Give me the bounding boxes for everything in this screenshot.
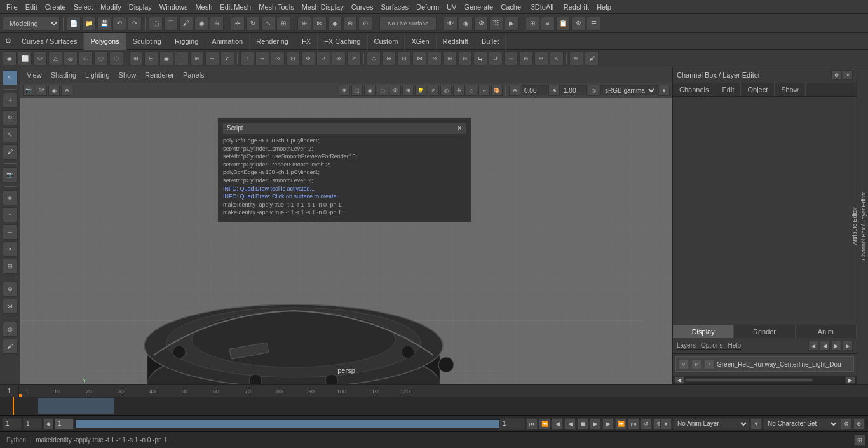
live-surface[interactable]: No Live Surface <box>379 17 437 31</box>
pb-frame-input[interactable] <box>499 418 525 430</box>
new-button[interactable]: 📄 <box>67 17 81 31</box>
multi-cut-icon-btn[interactable]: ✂ <box>534 51 548 65</box>
attr-editor[interactable]: 📋 <box>556 17 570 31</box>
channel-box-close-btn[interactable]: ✕ <box>843 70 853 80</box>
soft-select[interactable]: ◉ <box>194 17 208 31</box>
vp-gamma-icon[interactable]: ⊕ <box>509 85 520 96</box>
vp-render-icon[interactable]: ◉ <box>48 85 60 96</box>
show-hide[interactable]: 👁 <box>444 17 458 31</box>
paint-btn[interactable]: 🖌 <box>3 339 18 354</box>
vp-smooth-icon[interactable]: ◉ <box>364 85 376 96</box>
key-icon-btn[interactable]: ◆ <box>43 418 53 430</box>
undo-button[interactable]: ↶ <box>112 17 126 31</box>
cube-icon-btn[interactable]: ⬜ <box>18 51 32 65</box>
object-tab[interactable]: Object <box>741 83 775 96</box>
gamma2-input[interactable] <box>561 85 587 95</box>
tab-redshift[interactable]: Redshift <box>437 33 475 50</box>
split-icon-btn[interactable]: ⊛ <box>443 51 457 65</box>
menu-mesh-tools[interactable]: Mesh Tools <box>255 2 297 12</box>
vp-motion-icon[interactable]: ↔ <box>478 85 490 96</box>
platonic-icon-btn[interactable]: ⬡ <box>109 51 123 65</box>
help-menu[interactable]: Help <box>728 342 741 349</box>
menu-select[interactable]: Select <box>70 2 97 12</box>
tab-fx-caching[interactable]: FX Caching <box>318 33 367 50</box>
timeline-bar[interactable] <box>0 397 868 415</box>
render-tab[interactable]: Render <box>734 325 795 338</box>
sculpt-btn[interactable]: ◍ <box>3 322 18 337</box>
face-mode-btn[interactable]: ▪ <box>3 241 18 257</box>
torus-icon-btn[interactable]: ◎ <box>64 51 78 65</box>
script-close-icon[interactable]: ✕ <box>457 124 462 133</box>
window-layout[interactable]: ⊞ <box>526 17 539 31</box>
edit-tab[interactable]: Edit <box>715 83 741 96</box>
render-btn[interactable]: 🎬 <box>489 17 503 31</box>
layer-pencil-btn[interactable]: / <box>704 359 714 369</box>
tab-animation[interactable]: Animation <box>205 33 250 50</box>
duplicate-icon-btn[interactable]: ⊛ <box>332 51 346 65</box>
pb-step-fwd-icon[interactable]: ⏩ <box>615 418 627 430</box>
save-button[interactable]: 💾 <box>97 17 111 31</box>
open-button[interactable]: 📁 <box>82 17 96 31</box>
smooth-icon-btn[interactable]: ◉ <box>159 51 173 65</box>
wedge-icon-btn[interactable]: ⊿ <box>316 51 330 65</box>
scroll-right-btn[interactable]: ▶ <box>845 376 855 384</box>
extract-icon-btn[interactable]: ↗ <box>347 51 361 65</box>
menu-curves[interactable]: Curves <box>348 2 377 12</box>
command-options-icon[interactable]: ⊞ <box>854 435 865 446</box>
current-frame-field[interactable] <box>23 418 42 430</box>
vp-colorbar-icon[interactable]: 🎨 <box>491 85 503 96</box>
lasso-tool[interactable]: ⌒ <box>164 17 178 31</box>
menu-uv[interactable]: UV <box>443 2 460 12</box>
pb-skip-start-icon[interactable]: ⏮ <box>526 418 538 430</box>
snap-view[interactable]: ⊗ <box>343 17 357 31</box>
layer-nav-right2[interactable]: ▶ <box>843 341 853 351</box>
vp-camera-icon[interactable]: 📷 <box>23 85 34 96</box>
mirror-icon-btn[interactable]: ⋮ <box>175 51 189 65</box>
menu-file[interactable]: File <box>3 2 22 12</box>
menu-mesh-display[interactable]: Mesh Display <box>298 2 348 12</box>
edge-mode-btn[interactable]: ─ <box>3 224 18 240</box>
select-mode-btn[interactable]: ↖ <box>3 70 18 85</box>
tab-curves-surfaces[interactable]: Curves / Surfaces <box>15 33 84 50</box>
combine-icon-btn[interactable]: ⊞ <box>129 51 143 65</box>
rotate-tool[interactable]: ↻ <box>246 17 260 31</box>
separate-icon-btn[interactable]: ⊟ <box>144 51 158 65</box>
isolate[interactable]: ◉ <box>459 17 473 31</box>
start-frame-field[interactable] <box>3 418 22 430</box>
layer-item[interactable]: V P / Green_Red_Runway_Centerline_Light_… <box>675 356 854 372</box>
sculpt2-icon-btn[interactable]: 🖌 <box>585 51 599 65</box>
vp-ao-icon[interactable]: ◎ <box>440 85 452 96</box>
move-tool[interactable]: ✛ <box>231 17 245 31</box>
menu-cache[interactable]: Cache <box>497 2 525 12</box>
char-set-extra-icon[interactable]: ⊕ <box>853 418 865 430</box>
disk-icon-btn[interactable]: ◌ <box>94 51 108 65</box>
gamma-input[interactable] <box>522 85 547 95</box>
crease-icon-btn[interactable]: ≈ <box>550 51 564 65</box>
lighting-menu[interactable]: Lighting <box>81 70 114 80</box>
redo-button[interactable]: ↷ <box>128 17 142 31</box>
layers-menu[interactable]: Layers <box>677 342 696 349</box>
snap-point[interactable]: ◆ <box>328 17 342 31</box>
append-icon-btn[interactable]: ⊙ <box>271 51 285 65</box>
menu-mesh[interactable]: Mesh <box>191 2 216 12</box>
offset-icon-btn[interactable]: ⊜ <box>458 51 472 65</box>
pb-skip-end-icon[interactable]: ⏭ <box>628 418 639 430</box>
vp-hud-icon[interactable]: ⊞ <box>402 85 414 96</box>
menu-edit[interactable]: Edit <box>22 2 41 12</box>
pb-prev-key-icon[interactable]: ◀ <box>552 418 563 430</box>
menu-edit-mesh[interactable]: Edit Mesh <box>216 2 255 12</box>
connect-icon-btn[interactable]: ⊗ <box>382 51 396 65</box>
key-value-field[interactable] <box>55 418 74 430</box>
target-weld-icon-btn[interactable]: ⊕ <box>519 51 533 65</box>
menu-redshift[interactable]: Redshift <box>560 2 593 12</box>
ipr-btn[interactable]: ▶ <box>505 17 519 31</box>
brush-mode-btn[interactable]: 🖌 <box>3 144 18 160</box>
anim-tab[interactable]: Anim <box>796 325 857 338</box>
snap-grid-btn[interactable]: ⊕ <box>3 282 18 297</box>
camera-mode-btn[interactable]: 📷 <box>3 167 18 182</box>
paint-select[interactable]: 🖌 <box>179 17 193 31</box>
tab-xgen[interactable]: XGen <box>405 33 436 50</box>
tab-rigging[interactable]: Rigging <box>168 33 205 50</box>
pencil-icon-btn[interactable]: ✏ <box>569 51 583 65</box>
snap-live[interactable]: ⊙ <box>358 17 372 31</box>
